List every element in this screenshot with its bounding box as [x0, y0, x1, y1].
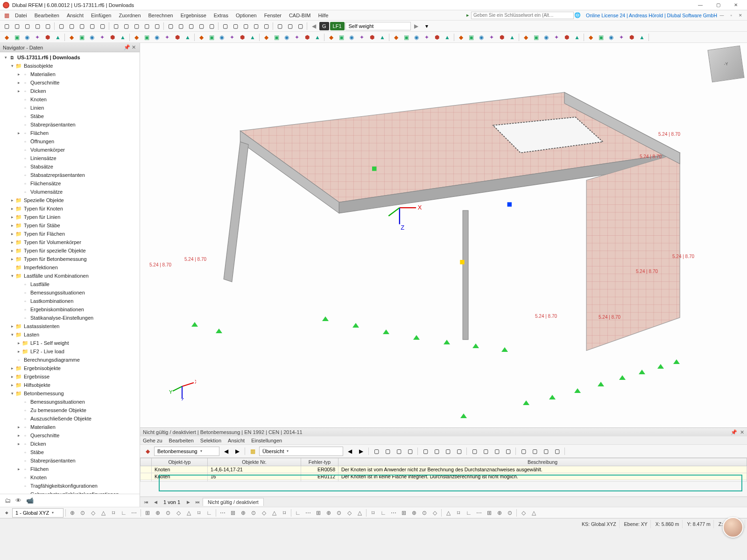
- tree-item[interactable]: Tragfähigkeitskonfigurationen: [1, 482, 140, 490]
- expand-icon[interactable]: ▸: [9, 231, 15, 236]
- snap-button[interactable]: ∟: [204, 508, 214, 518]
- toolbar-button[interactable]: ▲: [572, 33, 582, 42]
- snap-button[interactable]: ◇: [345, 508, 354, 518]
- snap-button[interactable]: ∟: [293, 508, 303, 518]
- tree-item[interactable]: Bemessungssituationen: [1, 398, 140, 406]
- snap-button[interactable]: ◇: [519, 508, 528, 518]
- toolbar-button[interactable]: ▣: [402, 33, 411, 42]
- navigation-cube[interactable]: -Y: [707, 45, 744, 82]
- expand-icon[interactable]: ▸: [9, 240, 15, 245]
- footer-data-icon[interactable]: 🗂: [5, 497, 11, 504]
- tree-item[interactable]: ▸ Typen für Flächen: [1, 230, 140, 238]
- lf-g-badge[interactable]: G: [319, 22, 329, 30]
- tree-item[interactable]: Berechnungsdiagramme: [1, 356, 140, 364]
- last-page[interactable]: ⏭: [193, 500, 202, 504]
- snap-button[interactable]: ∟: [464, 508, 473, 518]
- toolbar-button[interactable]: ◆: [456, 33, 465, 42]
- expand-icon[interactable]: ▸: [9, 223, 15, 228]
- toolbar-button[interactable]: ▲: [248, 33, 257, 42]
- toolbar-button[interactable]: ✦: [162, 33, 172, 42]
- nav-prev[interactable]: ◀: [309, 21, 318, 31]
- snap-button[interactable]: ⊕: [68, 508, 77, 518]
- tree-item[interactable]: ▾ Lastfälle und Kombinationen: [1, 272, 140, 280]
- toolbar-button[interactable]: ▢: [2, 21, 11, 31]
- toolbar-button[interactable]: ▢: [241, 21, 250, 31]
- toolbar-button[interactable]: ▢: [176, 21, 185, 31]
- toolbar-button[interactable]: ⬢: [43, 33, 52, 42]
- tree-item[interactable]: Stabrepräsentanten: [1, 456, 140, 465]
- keyword-search-input[interactable]: [471, 12, 574, 19]
- tree-item[interactable]: ▸ Typen für spezielle Objekte: [1, 246, 140, 255]
- snap-button[interactable]: ⌑: [454, 508, 463, 518]
- panel-tool-button[interactable]: ▢: [372, 447, 381, 456]
- expand-icon[interactable]: ▸: [16, 433, 21, 438]
- toolbar-button[interactable]: ◉: [606, 33, 616, 42]
- menu-hilfe[interactable]: Hilfe: [314, 11, 332, 20]
- toolbar-button[interactable]: ▢: [22, 21, 32, 31]
- snap-button[interactable]: ⌑: [109, 508, 118, 518]
- toolbar-button[interactable]: ▢: [186, 21, 196, 31]
- toolbar-button[interactable]: ◉: [152, 33, 162, 42]
- toolbar-button[interactable]: ▢: [98, 21, 107, 31]
- toolbar-button[interactable]: ▢: [152, 21, 162, 31]
- tree-item[interactable]: Lastfälle: [1, 280, 140, 288]
- snap-button[interactable]: ⊕: [324, 508, 333, 518]
- toolbar-button[interactable]: ◆: [326, 33, 336, 42]
- toolbar-button[interactable]: ▢: [12, 21, 21, 31]
- toolbar-button[interactable]: ◉: [217, 33, 226, 42]
- lf-badge[interactable]: LF1: [330, 22, 345, 30]
- tree-item[interactable]: ▸ Hilfsobjekte: [1, 381, 140, 389]
- toolbar-button[interactable]: ▣: [337, 33, 346, 42]
- toolbar-button[interactable]: ▢: [43, 21, 52, 31]
- toolbar-button[interactable]: ◆: [521, 33, 530, 42]
- menu-fenster[interactable]: Fenster: [261, 11, 285, 20]
- tree-item[interactable]: Imperfektionen: [1, 263, 140, 272]
- tree-item[interactable]: Ergebniskombinationen: [1, 305, 140, 314]
- tree-item[interactable]: ▸ Materialien: [1, 423, 140, 431]
- toolbar-button[interactable]: ▢: [87, 21, 97, 31]
- panel-menu-item[interactable]: Selektion: [200, 438, 221, 443]
- menu-cad-bim[interactable]: CAD-BIM: [285, 11, 314, 20]
- toolbar-button[interactable]: ◉: [87, 33, 97, 42]
- toolbar-button[interactable]: ▲: [378, 33, 387, 42]
- toolbar-button[interactable]: ⬢: [303, 33, 312, 42]
- tree-item[interactable]: ▸ Typen für Volumenkörper: [1, 238, 140, 246]
- prev-page[interactable]: ◀: [151, 500, 160, 504]
- toolbar-button[interactable]: ▣: [466, 33, 476, 42]
- nav-next-icon[interactable]: ▶: [233, 447, 242, 456]
- tree-item[interactable]: Stabsätze: [1, 162, 140, 171]
- mdi-restore[interactable]: ▫: [726, 13, 736, 18]
- next-page[interactable]: ▶: [184, 500, 192, 504]
- toolbar-button[interactable]: ⬢: [497, 33, 507, 42]
- expand-icon[interactable]: ▸: [16, 80, 21, 85]
- toolbar-button[interactable]: ◉: [412, 33, 421, 42]
- panel-tool-button[interactable]: ▢: [454, 447, 464, 456]
- toolbar-button[interactable]: ⬢: [108, 33, 117, 42]
- tree-item[interactable]: ▸ Typen für Knoten: [1, 204, 140, 213]
- toolbar-button[interactable]: ◉: [347, 33, 356, 42]
- app-menu-icon[interactable]: ▦: [2, 11, 11, 20]
- panel-menu-item[interactable]: Einstellungen: [251, 438, 282, 443]
- tree-item[interactable]: Knoten: [1, 95, 140, 104]
- snap-button[interactable]: △: [355, 508, 364, 518]
- toolbar-button[interactable]: ▲: [118, 33, 127, 42]
- toolbar-button[interactable]: ▣: [77, 33, 86, 42]
- menu-ansicht[interactable]: Ansicht: [63, 11, 87, 20]
- menu-datei[interactable]: Datei: [11, 11, 31, 20]
- tree-item[interactable]: Liniensätze: [1, 154, 140, 162]
- toolbar-button[interactable]: ▲: [183, 33, 192, 42]
- tree-item[interactable]: Statikanalyse-Einstellungen: [1, 314, 140, 322]
- lf-name-field[interactable]: Self weight: [345, 22, 411, 30]
- panel-tool-button[interactable]: ▢: [443, 447, 452, 456]
- panel-tool-button[interactable]: ▢: [492, 447, 501, 456]
- panel-tool-button[interactable]: ▢: [530, 447, 539, 456]
- toolbar-button[interactable]: ▢: [121, 21, 131, 31]
- menu-bearbeiten[interactable]: Bearbeiten: [31, 11, 63, 20]
- toolbar-button[interactable]: ▢: [142, 21, 151, 31]
- toolbar-button[interactable]: ◆: [67, 33, 76, 42]
- snap-button[interactable]: △: [444, 508, 453, 518]
- panel-tool-button[interactable]: ▢: [470, 447, 479, 456]
- view-combo[interactable]: Übersicht▾: [259, 447, 343, 456]
- panel-tool-button[interactable]: ▢: [541, 447, 550, 456]
- snap-button[interactable]: ⊞: [143, 508, 152, 518]
